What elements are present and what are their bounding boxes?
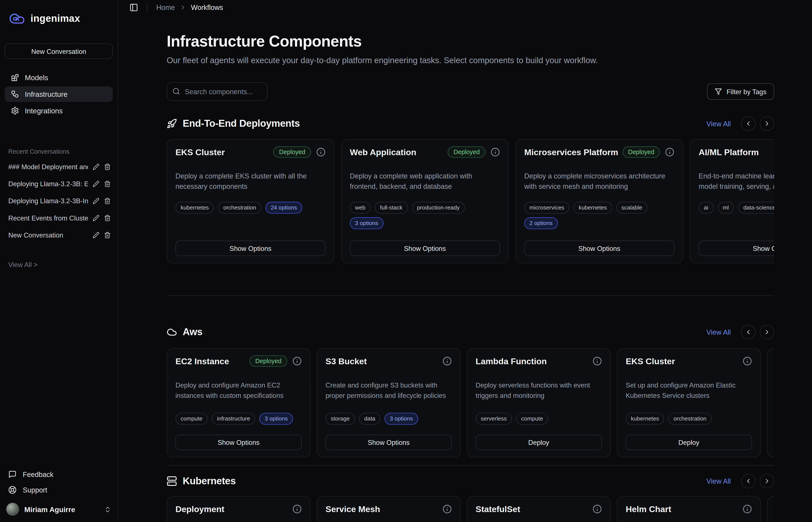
info-icon[interactable] bbox=[491, 147, 500, 157]
avatar bbox=[6, 503, 19, 516]
info-icon[interactable] bbox=[742, 504, 752, 514]
card-title: StatefulSet bbox=[476, 503, 520, 515]
filter-by-tags-button[interactable]: Filter by Tags bbox=[707, 83, 774, 100]
pencil-icon[interactable] bbox=[93, 163, 99, 170]
card-action-button[interactable]: Deploy bbox=[626, 435, 752, 450]
tag-pill: ml bbox=[717, 202, 734, 214]
info-icon[interactable] bbox=[442, 504, 452, 514]
tag-pill: microservices bbox=[524, 202, 569, 214]
component-card: StatefulSet bbox=[467, 496, 611, 522]
breadcrumb-bar: Home Workflows bbox=[118, 0, 812, 15]
tag-pill: data bbox=[359, 413, 380, 425]
section-title: End-To-End Deployments bbox=[183, 118, 300, 129]
tag-pill: web bbox=[350, 202, 371, 214]
feedback-button[interactable]: Feedback bbox=[0, 467, 118, 482]
cards-row: EKS Cluster Deployed Deploy a complete E… bbox=[167, 139, 774, 263]
conversation-item[interactable]: Recent Events from Cluster: a bbox=[0, 213, 118, 223]
sidebar-toggle-icon[interactable] bbox=[130, 3, 138, 12]
view-all-link[interactable]: View All bbox=[706, 328, 731, 336]
options-count-pill: 2 options bbox=[524, 217, 558, 229]
pencil-icon[interactable] bbox=[93, 197, 99, 204]
card-tags: microserviceskubernetesscalable2 options bbox=[524, 202, 674, 229]
info-icon[interactable] bbox=[316, 147, 325, 157]
cards-row: Deployment Service Mesh Stat bbox=[167, 496, 774, 522]
card-title: Deployment bbox=[176, 503, 224, 515]
info-icon[interactable] bbox=[593, 357, 602, 366]
view-all-link[interactable]: View All bbox=[706, 477, 731, 485]
card-action-button[interactable]: Deploy bbox=[476, 435, 602, 450]
conversation-title: New Conversation bbox=[8, 231, 88, 239]
sidebar-item-integrations[interactable]: Integrations bbox=[5, 103, 113, 119]
brand-logo-icon bbox=[8, 12, 26, 26]
card-action-button[interactable]: Show Options bbox=[350, 241, 500, 256]
view-all-link[interactable]: View All bbox=[706, 120, 731, 127]
trash-icon[interactable] bbox=[104, 232, 111, 238]
component-card: AI/ML Platform End-to-end machine learni… bbox=[690, 139, 774, 263]
sidebar-item-infrastructure[interactable]: Infrastructure bbox=[5, 86, 113, 102]
info-icon[interactable] bbox=[593, 504, 602, 514]
status-badge: Deployed bbox=[622, 146, 660, 158]
info-icon[interactable] bbox=[742, 357, 752, 366]
pencil-icon[interactable] bbox=[93, 232, 99, 238]
card-description: Deploy a complete web application with f… bbox=[350, 171, 500, 192]
card-action-button[interactable]: Show Options bbox=[325, 435, 452, 450]
user-menu[interactable]: Miriam Aguirre bbox=[0, 498, 118, 518]
info-icon[interactable] bbox=[292, 504, 302, 514]
component-card: Deployment bbox=[167, 496, 311, 522]
support-button[interactable]: Support bbox=[0, 482, 118, 498]
card-action-button[interactable]: Show Options bbox=[524, 241, 674, 256]
info-icon[interactable] bbox=[292, 357, 302, 366]
info-icon[interactable] bbox=[442, 357, 452, 366]
tag-pill: kubernetes bbox=[626, 413, 664, 425]
card-description: Set up and configure Amazon Elastic Kube… bbox=[626, 380, 752, 401]
options-count-pill: 24 options bbox=[265, 202, 302, 214]
section-kubernetes: Kubernetes View All Deployment Service M… bbox=[167, 474, 774, 522]
trash-icon[interactable] bbox=[104, 180, 111, 187]
new-conversation-button[interactable]: New Conversation bbox=[5, 43, 113, 59]
card-tags: computeinfrastructure3 options bbox=[176, 413, 302, 425]
pencil-icon[interactable] bbox=[93, 215, 99, 221]
component-card: Service Mesh bbox=[317, 496, 460, 522]
card-title: Helm Chart bbox=[626, 503, 671, 515]
chevron-right-icon bbox=[180, 4, 186, 11]
component-card: EC2 Instance Deployed Deploy and configu… bbox=[167, 348, 311, 457]
section-title: Aws bbox=[183, 326, 202, 338]
breadcrumb-home[interactable]: Home bbox=[156, 3, 175, 11]
search-input[interactable] bbox=[167, 82, 268, 101]
trash-icon[interactable] bbox=[104, 163, 111, 170]
trash-icon[interactable] bbox=[104, 215, 111, 221]
trash-icon[interactable] bbox=[104, 197, 111, 204]
card-tags: aimldata-science bbox=[698, 202, 774, 214]
card-action-button[interactable]: Show Options bbox=[698, 241, 774, 256]
sidebar-item-models[interactable]: Models bbox=[5, 70, 113, 85]
card-title: Lambda Function bbox=[476, 355, 547, 367]
carousel-next-button[interactable] bbox=[760, 116, 774, 131]
tag-pill: storage bbox=[325, 413, 355, 425]
conversation-item[interactable]: Deploying Llama-3.2-3B-Inst bbox=[0, 196, 118, 206]
carousel-prev-button[interactable] bbox=[741, 116, 755, 131]
info-icon[interactable] bbox=[665, 147, 674, 157]
status-badge: Deployed bbox=[273, 146, 311, 158]
pencil-icon[interactable] bbox=[93, 180, 99, 187]
carousel-prev-button[interactable] bbox=[741, 325, 755, 339]
sidebar-view-all-link[interactable]: View All > bbox=[8, 261, 117, 268]
conversation-item[interactable]: ### Model Deployment and P bbox=[0, 161, 118, 172]
brand: ingenimax bbox=[0, 0, 118, 26]
tag-pill: data-science bbox=[738, 202, 774, 214]
carousel-next-button[interactable] bbox=[760, 474, 774, 488]
tag-pill: orchestration bbox=[218, 202, 261, 214]
app-window: ingenimax New Conversation Models Infras… bbox=[0, 0, 812, 522]
card-title: EC2 Instance bbox=[176, 355, 229, 367]
card-action-button[interactable]: Show Options bbox=[176, 241, 325, 256]
tag-pill: kubernetes bbox=[574, 202, 612, 214]
card-action-button[interactable]: Show Options bbox=[176, 435, 302, 450]
conversation-item[interactable]: New Conversation bbox=[0, 230, 118, 240]
page-content: Infrastructure Components Our fleet of a… bbox=[118, 15, 812, 522]
options-count-pill: 3 options bbox=[260, 413, 293, 425]
carousel-next-button[interactable] bbox=[760, 325, 774, 339]
conversation-item[interactable]: Deploying Llama-3.2-3B: Env bbox=[0, 178, 118, 189]
component-card-partial bbox=[767, 496, 774, 522]
conversation-title: ### Model Deployment and P bbox=[8, 163, 88, 170]
carousel-prev-button[interactable] bbox=[741, 474, 755, 488]
tag-pill: orchestration bbox=[668, 413, 712, 425]
